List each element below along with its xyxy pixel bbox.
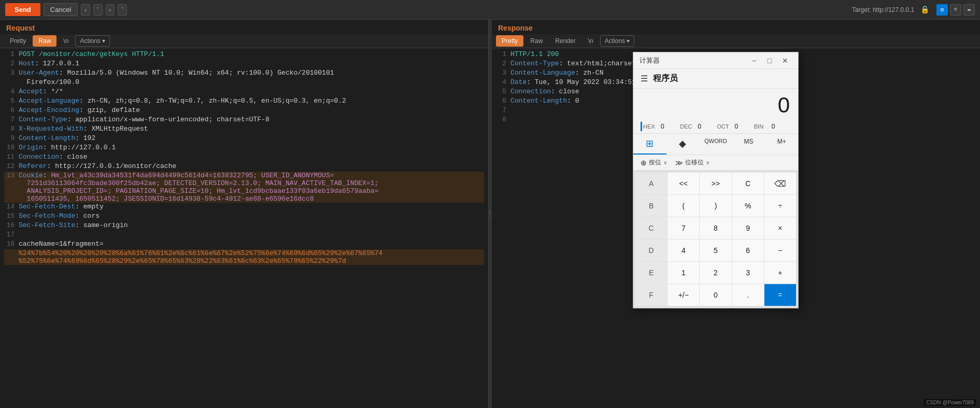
calc-mode-hex[interactable]: HEX 0 xyxy=(643,122,680,131)
request-line-6: 6 Accept-Encoding: gzip, deflate xyxy=(4,106,484,116)
tab-response-pretty[interactable]: Pretty xyxy=(496,35,523,47)
calc-buttons-grid: A << >> C ⌫ B ( ) % ÷ C 7 8 9 × D 4 5 6 … xyxy=(633,171,798,308)
calc-tab-grid[interactable]: ⊞ xyxy=(633,134,666,154)
calc-btn-F[interactable]: F xyxy=(635,284,667,306)
calc-btn-minus[interactable]: − xyxy=(764,240,796,261)
calc-close-button[interactable]: ✕ xyxy=(778,54,792,67)
calc-app-header: ☰ 程序员 xyxy=(633,69,798,89)
nav-next-button[interactable]: › xyxy=(106,4,115,16)
main-content: Request Pretty Raw \n Actions ▾ 1 POST /… xyxy=(0,20,980,408)
request-line-3: 3 User-Agent: Mozilla/5.0 (Windows NT 10… xyxy=(4,69,484,78)
calc-btn-backspace[interactable]: ⌫ xyxy=(764,173,796,194)
calc-btn-7[interactable]: 7 xyxy=(667,217,699,239)
request-panel: Request Pretty Raw \n Actions ▾ 1 POST /… xyxy=(0,20,489,408)
calc-bitshift-arrow: ∨ xyxy=(706,160,709,165)
tab-request-pretty[interactable]: Pretty xyxy=(4,35,32,47)
calc-display: 0 xyxy=(633,89,798,120)
target-info: Target: http://127.0.0.1 xyxy=(852,6,914,13)
calc-btn-E[interactable]: E xyxy=(635,262,667,284)
calc-btn-A[interactable]: A xyxy=(635,173,667,194)
tab-request-newline[interactable]: \n xyxy=(58,35,74,47)
calc-btn-3[interactable]: 3 xyxy=(732,262,764,284)
calc-bitwise-icon: ⊕ xyxy=(641,159,647,167)
calc-btn-8[interactable]: 8 xyxy=(700,217,731,239)
nav-next-dropdown-button[interactable]: ˇ xyxy=(118,4,127,16)
calc-btn-divide[interactable]: ÷ xyxy=(764,195,796,217)
split-view-button[interactable]: ▬ xyxy=(963,4,975,16)
calc-tab-qword[interactable]: QWORD xyxy=(699,134,732,154)
calc-btn-lparen[interactable]: ( xyxy=(667,195,699,217)
calc-tab-ms[interactable]: MS xyxy=(732,134,765,154)
calc-bitshift-option[interactable]: ≫ 位移位 ∨ xyxy=(675,158,709,167)
nav-prev-button[interactable]: ‹ xyxy=(81,4,90,16)
calc-window-controls: − □ ✕ xyxy=(747,54,792,67)
calc-titlebar: 计算器 − □ ✕ xyxy=(633,52,798,69)
calc-btn-percent[interactable]: % xyxy=(732,195,764,217)
calc-btn-2[interactable]: 2 xyxy=(700,262,731,284)
calc-mode-bin[interactable]: BIN 0 xyxy=(754,122,791,131)
calc-btn-clear[interactable]: C xyxy=(732,173,764,194)
window-controls: ⊞ ≡ ▬ xyxy=(936,4,975,16)
calc-mode-oct[interactable]: OCT 0 xyxy=(717,122,754,131)
calc-btn-lshift[interactable]: << xyxy=(667,173,699,194)
request-line-15: 15 Sec-Fetch-Mode: cors xyxy=(4,212,484,221)
response-panel-title: Response xyxy=(492,20,980,34)
nav-prev-dropdown-button[interactable]: ˇ xyxy=(93,4,103,16)
tab-request-raw[interactable]: Raw xyxy=(33,35,56,47)
calc-app-title: 程序员 xyxy=(653,73,678,84)
calc-btn-1[interactable]: 1 xyxy=(667,262,699,284)
request-line-18: 18 cacheName=1&fragment= xyxy=(4,240,484,249)
send-button[interactable]: Send xyxy=(5,3,40,16)
grid-view-button[interactable]: ⊞ xyxy=(936,4,948,16)
calc-tab-diamond[interactable]: ◆ xyxy=(666,134,700,154)
calc-minimize-button[interactable]: − xyxy=(747,54,761,67)
response-tab-bar: Pretty Raw Render \n Actions ▾ xyxy=(492,34,980,48)
calculator-window: 计算器 − □ ✕ ☰ 程序员 0 HEX 0 DEC 0 xyxy=(633,52,799,308)
cancel-button[interactable]: Cancel xyxy=(44,3,78,16)
calc-bitwise-arrow: ∨ xyxy=(663,160,667,165)
request-line-17: 17 xyxy=(4,231,484,240)
tab-response-render[interactable]: Render xyxy=(549,35,581,47)
request-line-16: 16 Sec-Fetch-Site: same-origin xyxy=(4,221,484,231)
calc-bitwise-option[interactable]: ⊕ 按位 ∨ xyxy=(641,158,667,167)
request-content[interactable]: 1 POST /monitor/cache/getKeys HTTP/1.1 2… xyxy=(0,48,488,408)
tab-response-actions[interactable]: Actions ▾ xyxy=(600,35,634,47)
calc-btn-plus[interactable]: + xyxy=(764,262,796,284)
toolbar: Send Cancel ‹ ˇ › ˇ Target: http://127.0… xyxy=(0,0,980,20)
calc-btn-B[interactable]: B xyxy=(635,195,667,217)
calc-btn-D[interactable]: D xyxy=(635,240,667,261)
calc-btn-multiply[interactable]: × xyxy=(764,217,796,239)
calc-title: 计算器 xyxy=(640,56,660,65)
request-line-5: 5 Accept-Language: zh-CN, zh;q=0.8, zh-T… xyxy=(4,97,484,106)
lock-icon: 🔒 xyxy=(920,5,929,14)
calc-maximize-button[interactable]: □ xyxy=(763,54,776,67)
request-panel-title: Request xyxy=(0,20,488,34)
calc-btn-dot[interactable]: . xyxy=(732,284,764,306)
calc-mode-dec[interactable]: DEC 0 xyxy=(680,122,717,131)
calc-btn-6[interactable]: 6 xyxy=(732,240,764,261)
request-line-14: 14 Sec-Fetch-Dest: empty xyxy=(4,203,484,212)
calc-dec-indicator xyxy=(641,122,642,131)
calc-modes-row: HEX 0 DEC 0 OCT 0 BIN 0 xyxy=(641,122,791,131)
calc-btn-4[interactable]: 4 xyxy=(667,240,699,261)
tab-response-raw[interactable]: Raw xyxy=(524,35,548,47)
calc-btn-5[interactable]: 5 xyxy=(700,240,731,261)
request-line-3b: Firefox/100.0 xyxy=(4,78,484,88)
calc-btn-0[interactable]: 0 xyxy=(700,284,731,306)
tab-request-actions[interactable]: Actions ▾ xyxy=(75,35,109,47)
watermark: CSDN @Power7089 xyxy=(924,399,976,406)
calc-btn-C[interactable]: C xyxy=(635,217,667,239)
request-line-11: 11 Connection: close xyxy=(4,153,484,162)
calc-tab-mplus[interactable]: M+ xyxy=(765,134,798,154)
tab-response-newline[interactable]: \n xyxy=(583,35,599,47)
calc-btn-rparen[interactable]: ) xyxy=(700,195,731,217)
request-line-7: 7 Content-Type: application/x-www-form-u… xyxy=(4,116,484,125)
calc-btn-9[interactable]: 9 xyxy=(732,217,764,239)
calc-btn-plusminus[interactable]: +/− xyxy=(667,284,699,306)
list-view-button[interactable]: ≡ xyxy=(950,4,961,16)
calc-btn-equals[interactable]: = xyxy=(764,284,796,306)
calc-btn-rshift[interactable]: >> xyxy=(700,173,731,194)
response-actions-dropdown-icon: ▾ xyxy=(627,37,630,45)
calc-hamburger-icon[interactable]: ☰ xyxy=(641,74,648,83)
request-line-12: 12 Referer: http://127.0.0.1/monitor/cac… xyxy=(4,162,484,172)
